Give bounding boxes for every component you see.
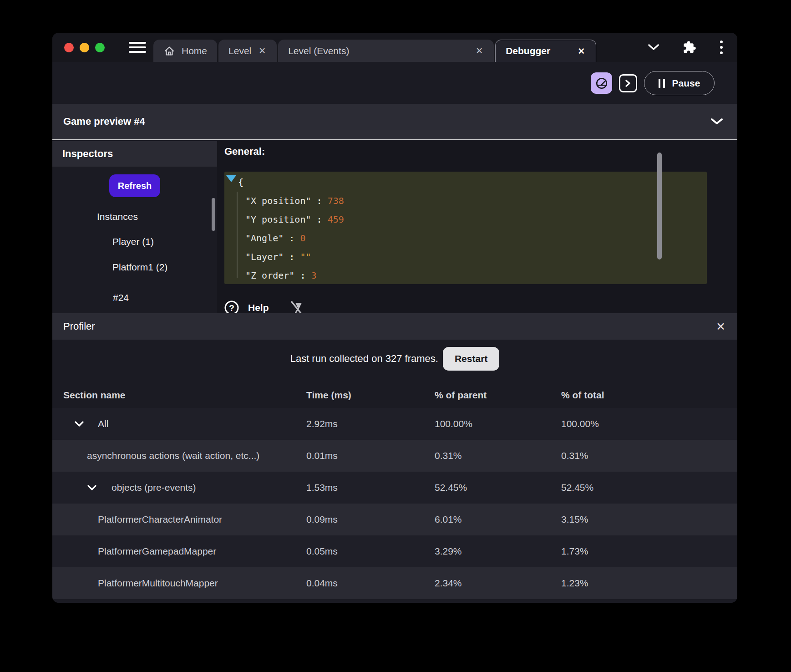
minimize-window-button[interactable] [80, 43, 89, 52]
speedometer-icon [595, 76, 608, 90]
table-row[interactable]: objects (pre-events) 1.53ms 52.45% 52.45… [52, 472, 737, 504]
tab-label: Level (Events) [288, 46, 349, 56]
svg-text:?: ? [229, 303, 234, 313]
tab-label: Level [228, 46, 251, 56]
table-row[interactable]: PlatformerCharacterAnimator 0.09ms 6.01%… [52, 504, 737, 535]
percent-parent-value: 6.01% [435, 514, 462, 525]
time-value: 0.09ms [306, 514, 338, 525]
profiler-status-text: Last run collected on 327 frames. [290, 353, 438, 365]
table-row[interactable]: asynchronous actions (wait action, etc..… [52, 440, 737, 472]
app-window: Home Level ✕ Level (Events) ✕ Debugger ✕ [52, 33, 737, 603]
tab-level[interactable]: Level ✕ [218, 40, 277, 62]
close-tab-icon[interactable]: ✕ [258, 46, 267, 56]
table-row[interactable]: PlatformerGamepadMapper 0.05ms 3.29% 1.7… [52, 535, 737, 567]
code-line: "Y position" : 459 [245, 210, 344, 229]
column-percent-total: % of total [561, 390, 604, 401]
general-title: General: [224, 146, 265, 158]
close-profiler-icon[interactable]: ✕ [716, 321, 725, 332]
inspectors-title: Inspectors [62, 148, 113, 160]
column-percent-parent: % of parent [435, 390, 487, 401]
game-preview-title: Game preview #4 [63, 116, 145, 127]
section-name: All [98, 418, 108, 429]
profiler-table: All 2.92ms 100.00% 100.00% asynchronous … [52, 408, 737, 599]
code-line: "X position" : 738 [245, 191, 344, 210]
chevron-down-icon[interactable] [87, 484, 97, 491]
pause-button[interactable]: Pause [644, 71, 715, 95]
titlebar: Home Level ✕ Level (Events) ✕ Debugger ✕ [52, 33, 737, 62]
inspectors-header: Inspectors [52, 141, 217, 167]
close-tab-icon[interactable]: ✕ [475, 46, 484, 56]
percent-parent-value: 2.34% [435, 578, 462, 589]
expander-triangle-icon[interactable] [226, 175, 236, 182]
section-name: PlatformerCharacterAnimator [98, 514, 222, 525]
home-icon [163, 45, 175, 57]
profiler-body: Last run collected on 327 frames. Restar… [52, 340, 737, 603]
general-scrollbar-thumb[interactable] [657, 153, 662, 260]
tab-label: Home [182, 46, 207, 56]
main-menu-icon[interactable] [129, 41, 146, 54]
tree-item-instances[interactable]: Instances [97, 208, 138, 226]
game-preview-header[interactable]: Game preview #4 [52, 104, 737, 140]
general-panel: General: { "X position" : 738 "Y positio… [217, 141, 737, 313]
tab-bar: Home Level ✕ Level (Events) ✕ Debugger ✕ [153, 40, 596, 62]
inspectors-scrollbar-thumb[interactable] [212, 198, 215, 231]
time-value: 0.01ms [306, 450, 338, 461]
percent-total-value: 100.00% [561, 418, 599, 429]
pause-icon [659, 79, 665, 88]
restart-button[interactable]: Restart [443, 347, 499, 371]
tab-home[interactable]: Home [153, 40, 217, 62]
percent-parent-value: 3.29% [435, 546, 462, 557]
tab-debugger[interactable]: Debugger ✕ [495, 40, 596, 62]
time-value: 0.04ms [306, 578, 338, 589]
tree-item-player[interactable]: Player (1) [112, 233, 154, 251]
section-name: PlatformerMultitouchMapper [98, 578, 218, 589]
collapse-caret-icon[interactable] [710, 117, 724, 126]
percent-parent-value: 52.45% [435, 482, 467, 493]
kebab-menu-icon[interactable] [719, 40, 724, 55]
tree-item-instance-24[interactable]: #24 [113, 289, 129, 307]
tab-level-events[interactable]: Level (Events) ✕ [278, 40, 494, 62]
debugger-main: Inspectors Refresh Instances Player (1) … [52, 141, 737, 313]
percent-total-value: 52.45% [561, 482, 593, 493]
profiler-table-header: Section name Time (ms) % of parent % of … [52, 387, 737, 403]
section-name: PlatformerGamepadMapper [98, 546, 216, 557]
percent-total-value: 3.15% [561, 514, 588, 525]
table-row[interactable]: All 2.92ms 100.00% 100.00% [52, 408, 737, 440]
titlebar-actions [647, 33, 711, 62]
console-button[interactable] [619, 74, 637, 92]
time-value: 2.92ms [306, 418, 338, 429]
profiler-status-row: Last run collected on 327 frames. Restar… [52, 347, 737, 371]
tab-label: Debugger [506, 46, 550, 56]
percent-total-value: 0.31% [561, 450, 588, 461]
pause-label: Pause [672, 78, 700, 89]
percent-parent-value: 100.00% [435, 418, 472, 429]
column-section-name: Section name [63, 390, 126, 401]
help-label[interactable]: Help [248, 302, 269, 313]
tree-item-platform1[interactable]: Platform1 (2) [112, 258, 167, 276]
code-line: "Layer" : "" [245, 247, 311, 266]
code-line: "Angle" : 0 [245, 229, 305, 247]
zoom-window-button[interactable] [95, 43, 105, 52]
refresh-button[interactable]: Refresh [109, 174, 160, 197]
time-value: 1.53ms [306, 482, 338, 493]
chevron-right-icon [624, 79, 632, 87]
inspectors-panel: Inspectors Refresh Instances Player (1) … [52, 141, 217, 313]
chevron-down-icon[interactable] [647, 43, 660, 51]
profiler-toggle-button[interactable] [591, 72, 612, 94]
json-inspector: { "X position" : 738 "Y position" : 459 … [224, 172, 707, 284]
percent-parent-value: 0.31% [435, 450, 462, 461]
time-value: 0.05ms [306, 546, 338, 557]
profiler-title: Profiler [63, 321, 95, 332]
extensions-puzzle-icon[interactable] [683, 41, 696, 54]
indent-guide [237, 192, 238, 278]
code-line: "Z order" : 3 [245, 266, 317, 285]
debugger-toolbar: Pause [52, 62, 737, 104]
chevron-down-icon[interactable] [74, 421, 84, 427]
traffic-lights [64, 33, 105, 62]
close-tab-icon[interactable]: ✕ [577, 46, 586, 56]
profiler-header: Profiler ✕ [52, 313, 737, 340]
table-row[interactable]: PlatformerMultitouchMapper 0.04ms 2.34% … [52, 567, 737, 599]
section-name: asynchronous actions (wait action, etc..… [87, 450, 259, 461]
close-window-button[interactable] [64, 43, 74, 52]
section-name: objects (pre-events) [112, 482, 196, 493]
